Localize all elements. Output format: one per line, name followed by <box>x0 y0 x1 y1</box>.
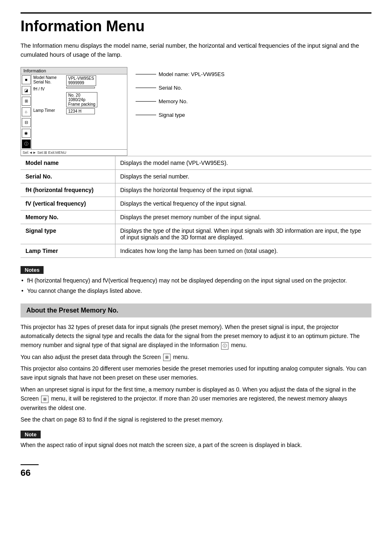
menu-icon-2: ◪ <box>22 86 31 95</box>
menu-icon-3: ⊞ <box>22 97 31 106</box>
callout-line-1 <box>136 74 156 74</box>
callout-line-4 <box>136 115 156 115</box>
menu-icon-7-selected: ⓘ <box>22 139 31 148</box>
info-icon: ⓘ <box>221 342 228 350</box>
menu-row-memory: No. 201080/24pFrame packing <box>33 92 125 107</box>
page-number: 66 <box>21 464 39 478</box>
callouts: Model name: VPL-VW95ES Serial No. Memory… <box>136 67 224 125</box>
screen-icon: ⊞ <box>41 396 48 403</box>
note-label: Note <box>21 431 41 438</box>
menu-screenshot: Information ■ ◪ ⊞ ⌂ ⊟ ◉ ⓘ Model NameSeri… <box>21 67 127 156</box>
section-paragraph: When an unpreset signal is input for the… <box>21 385 371 412</box>
table-desc: Displays the vertical frequency of the i… <box>115 197 371 210</box>
table-term: fV (vertical frequency) <box>21 197 115 210</box>
callout-signal: Signal type <box>136 112 224 118</box>
callout-line-2 <box>136 88 156 88</box>
diagram-area: Information ■ ◪ ⊞ ⌂ ⊟ ◉ ⓘ Model NameSeri… <box>21 67 371 156</box>
menu-row-freq: fH / fV <box>33 87 125 91</box>
table-row: Lamp Timer Indicates how long the lamp h… <box>21 244 371 257</box>
callout-serial: Serial No. <box>136 85 224 91</box>
table-term: Memory No. <box>21 210 115 224</box>
notes-box: Notes fH (horizontal frequency) and fV(v… <box>21 266 371 295</box>
table-term: fH (horizontal frequency) <box>21 183 115 197</box>
section-paragraph: This projector also contains 20 differen… <box>21 364 371 382</box>
section-paragraph: You can also adjust the preset data thro… <box>21 352 371 361</box>
menu-icon-6: ◉ <box>22 129 31 138</box>
table-row: Signal type Displays the type of the inp… <box>21 224 371 244</box>
menu-row-model: Model NameSerial No. VPL-VW95ES9999999 <box>33 75 125 86</box>
section-paragraph: See the chart on page 83 to find if the … <box>21 415 371 424</box>
table-row: fH (horizontal frequency) Displays the h… <box>21 183 371 197</box>
menu-icon-1: ■ <box>22 75 31 84</box>
menu-header: Information <box>21 67 127 74</box>
section-paragraph: This projector has 32 types of preset da… <box>21 322 371 350</box>
menu-footer: Sel:◄► Set:⊞ Exit:MENU <box>21 149 127 155</box>
table-desc: Displays the model name (VPL-VW95ES). <box>115 156 371 169</box>
menu-icon-4: ⌂ <box>22 107 31 116</box>
menu-row-lamp: Lamp Timer 1234 H <box>33 108 125 114</box>
table-row: Serial No. Displays the serial number. <box>21 169 371 183</box>
table-term: Model name <box>21 156 115 169</box>
callout-model: Model name: VPL-VW95ES <box>136 71 224 77</box>
table-desc: Displays the type of the input signal. W… <box>115 224 371 244</box>
table-term: Lamp Timer <box>21 244 115 257</box>
section-header: About the Preset Memory No. <box>21 303 371 317</box>
table-desc: Displays the horizontal frequency of the… <box>115 183 371 197</box>
menu-icons: ■ ◪ ⊞ ⌂ ⊟ ◉ ⓘ <box>21 74 32 149</box>
table-row: fV (vertical frequency) Displays the ver… <box>21 197 371 210</box>
screen-icon: ⊞ <box>163 354 171 361</box>
menu-icon-5: ⊟ <box>22 118 31 127</box>
page-title: Information Menu <box>21 12 371 35</box>
section-body: This projector has 32 types of preset da… <box>21 322 371 424</box>
notes-label: Notes <box>21 266 44 274</box>
table-term: Serial No. <box>21 169 115 183</box>
menu-content: Model NameSerial No. VPL-VW95ES9999999 f… <box>32 74 127 149</box>
note-box: Note When the aspect ratio of input sign… <box>21 431 371 449</box>
table-row: Model name Displays the model name (VPL-… <box>21 156 371 169</box>
notes-list-item: You cannot change the displays listed ab… <box>21 287 371 295</box>
info-table: Model name Displays the model name (VPL-… <box>21 156 371 258</box>
notes-list: fH (horizontal frequency) and fV(vertica… <box>21 276 371 295</box>
intro-text: The Information menu displays the model … <box>21 42 371 60</box>
callout-line-3 <box>136 101 156 102</box>
notes-list-item: fH (horizontal frequency) and fV(vertica… <box>21 276 371 285</box>
table-desc: Displays the preset memory number of the… <box>115 210 371 224</box>
table-desc: Indicates how long the lamp has been tur… <box>115 244 371 257</box>
note-text: When the aspect ratio of input signal do… <box>21 441 371 449</box>
table-desc: Displays the serial number. <box>115 169 371 183</box>
callout-memory: Memory No. <box>136 98 224 104</box>
table-term: Signal type <box>21 224 115 244</box>
table-row: Memory No. Displays the preset memory nu… <box>21 210 371 224</box>
